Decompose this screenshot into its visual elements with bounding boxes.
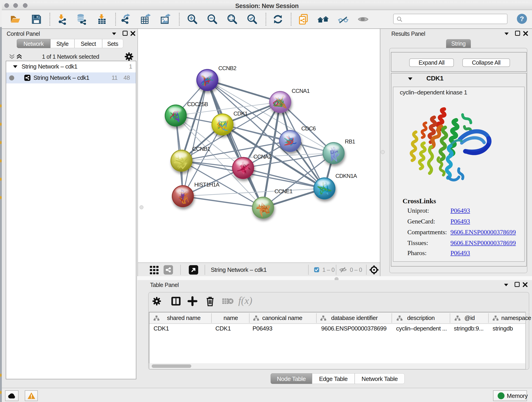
svg-text:?: ? [520,15,524,22]
svg-text:CDC6: CDC6 [301,125,316,132]
svg-text:CDK1: CDK1 [234,110,248,117]
svg-text:CCNA1: CCNA1 [292,88,310,94]
svg-text:CCNA2: CCNA2 [253,153,271,160]
svg-text:CDKN1A: CDKN1A [336,173,357,179]
svg-text:HIST1H1A: HIST1H1A [194,182,220,188]
svg-text:CCNE1: CCNE1 [274,188,292,194]
svg-text:CCNB2: CCNB2 [218,65,236,71]
svg-text:RB1: RB1 [345,138,355,145]
svg-text:CCNB1: CCNB1 [192,146,210,152]
svg-text:CDC25B: CDC25B [187,101,208,107]
